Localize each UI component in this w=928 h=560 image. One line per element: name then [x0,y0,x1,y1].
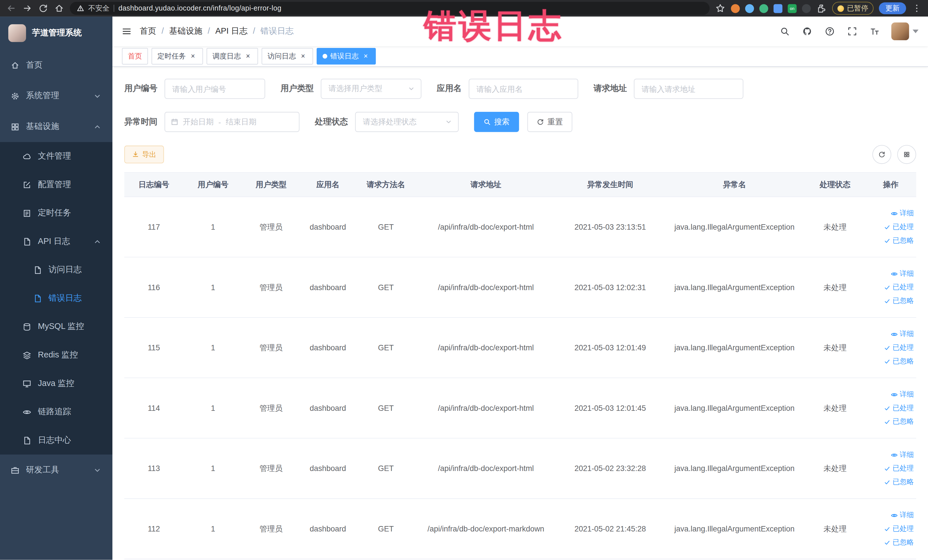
col-exception-time: 异常发生时间 [556,179,664,190]
extension-icon-vue-devtools[interactable] [759,4,768,12]
col-log-id: 日志编号 [124,179,183,190]
browser-home-button[interactable] [54,3,64,14]
sidebar-item-trace[interactable]: 链路追踪 [0,398,112,426]
database-icon [23,322,31,331]
update-button[interactable]: 更新 [879,2,906,14]
sidebar-item-redis-monitor[interactable]: Redis 监控 [0,341,112,369]
error-log-table: 日志编号 用户编号 用户类型 应用名 请求方法名 请求地址 异常发生时间 异常名… [124,172,916,559]
breadcrumb-item-home[interactable]: 首页 [140,26,169,37]
tab-home[interactable]: 首页 [122,48,148,64]
sidebar-item-log-center[interactable]: 日志中心 [0,426,112,455]
sidebar-item-config-mgmt[interactable]: 配置管理 [0,170,112,199]
sidebar-item-system-mgmt[interactable]: 系统管理 [0,81,112,111]
detail-link[interactable]: 详细 [891,510,914,520]
close-icon[interactable] [244,52,252,61]
filter-label: 应用名 [437,84,462,94]
close-icon[interactable] [299,52,307,61]
infrastructure-submenu: 文件管理 配置管理 定时任务 API 日志 访问日志 [0,142,112,455]
font-size-icon[interactable] [869,25,881,37]
processed-link[interactable]: 已处理 [884,403,914,413]
detail-link[interactable]: 详细 [891,269,914,279]
page-url[interactable]: dashboard.yudao.iocoder.cn/infra/log/api… [118,4,282,12]
reset-button[interactable]: 重置 [527,112,572,132]
processed-link[interactable]: 已处理 [884,282,914,292]
tab-job-log[interactable]: 调度日志 [206,48,258,64]
extension-icon-on-badge[interactable]: on [788,4,797,12]
detail-link[interactable]: 详细 [891,450,914,460]
breadcrumb-item-api-log[interactable]: API 日志 [215,26,261,37]
extension-icon-blue-drop[interactable] [745,4,754,12]
user-id-input[interactable] [165,79,265,99]
refresh-list-button[interactable] [872,145,891,164]
ignored-link[interactable]: 已忽略 [884,356,914,366]
check-icon [884,344,891,351]
reload-button[interactable] [38,3,49,14]
sidebar-item-access-log[interactable]: 访问日志 [0,256,112,284]
extension-icon-grid[interactable] [774,4,783,12]
user-menu[interactable] [891,23,918,40]
app-logo[interactable]: 芋道管理系统 [0,17,112,50]
search-button[interactable]: 搜索 [474,112,519,132]
close-icon[interactable] [362,52,370,61]
user-type-select[interactable]: 请选择用户类型 [321,79,421,99]
back-button[interactable] [6,3,17,14]
sidebar-item-dev-tools[interactable]: 研发工具 [0,455,112,485]
paused-badge[interactable]: 已暂停 [832,2,873,15]
ignored-link[interactable]: 已忽略 [884,477,914,487]
sidebar-item-error-log[interactable]: 错误日志 [0,284,112,313]
column-settings-button[interactable] [897,145,916,164]
forward-button[interactable] [22,3,32,14]
user-avatar[interactable] [891,23,909,40]
github-icon[interactable] [801,25,813,37]
date-range-picker[interactable]: 开始日期 - 结束日期 [165,112,299,132]
processed-link[interactable]: 已处理 [884,222,914,232]
processed-link[interactable]: 已处理 [884,463,914,473]
ignored-link[interactable]: 已忽略 [884,417,914,427]
sidebar-toggle-icon[interactable] [122,26,131,36]
url-bar[interactable]: 不安全 dashboard.yudao.iocoder.cn/infra/log… [70,2,710,15]
process-status-select[interactable]: 请选择处理状态 [355,112,459,132]
extension-icon-orange[interactable] [731,4,740,12]
cell-app-name: dashboard [299,524,356,533]
app-navbar: 首页 基础设施 API 日志 错误日志 [112,17,928,46]
sidebar-item-label: 访问日志 [49,264,82,275]
security-label[interactable]: 不安全 [88,3,110,13]
ignored-link[interactable]: 已忽略 [884,236,914,246]
app-name-input[interactable] [469,79,578,99]
detail-link-label: 详细 [899,208,914,218]
processed-link[interactable]: 已处理 [884,524,914,534]
eye-icon [891,391,898,398]
tab-scheduled-jobs[interactable]: 定时任务 [151,48,203,64]
sidebar-item-home[interactable]: 首页 [0,50,112,81]
help-icon[interactable] [824,25,836,37]
breadcrumb-item-infra[interactable]: 基础设施 [169,26,215,37]
tab-access-log[interactable]: 访问日志 [262,48,313,64]
sidebar-item-api-log[interactable]: API 日志 [0,227,112,256]
extension-icon-dark[interactable] [802,4,811,12]
export-button[interactable]: 导出 [124,145,164,163]
bookmark-star-icon[interactable] [715,3,725,14]
tab-error-log[interactable]: 错误日志 [317,48,376,64]
request-url-input[interactable] [634,79,743,99]
ignored-link[interactable]: 已忽略 [884,296,914,306]
detail-link[interactable]: 详细 [891,329,914,339]
detail-link[interactable]: 详细 [891,208,914,218]
puzzle-extensions-icon[interactable] [816,3,827,14]
ignored-link[interactable]: 已忽略 [884,537,914,548]
sidebar-item-scheduled-jobs[interactable]: 定时任务 [0,199,112,227]
cell-app-name: dashboard [299,404,356,412]
cell-request-url: /api/infra/db-doc/export-html [415,404,556,412]
sidebar-item-file-mgmt[interactable]: 文件管理 [0,142,112,171]
fullscreen-icon[interactable] [846,25,858,37]
browser-menu-icon[interactable] [911,3,922,14]
edit-icon [23,180,31,189]
sidebar-item-infrastructure[interactable]: 基础设施 [0,111,112,142]
sidebar-item-mysql-monitor[interactable]: MySQL 监控 [0,312,112,341]
ignored-link-label: 已忽略 [893,356,914,366]
detail-link[interactable]: 详细 [891,389,914,400]
processed-link[interactable]: 已处理 [884,343,914,352]
col-user-type: 用户类型 [243,179,299,190]
close-icon[interactable] [189,52,197,61]
sidebar-item-java-monitor[interactable]: Java 监控 [0,369,112,398]
search-icon[interactable] [779,25,791,37]
